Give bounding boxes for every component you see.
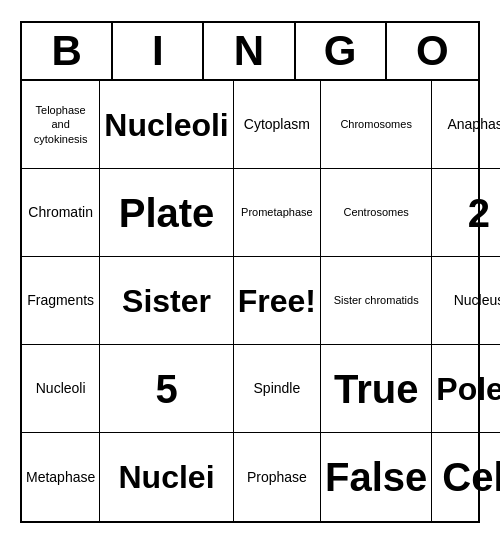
cell-text-r4-c1: Nuclei (119, 461, 215, 493)
cell-r0-c3: Chromosomes (321, 81, 432, 169)
cell-text-r1-c1: Plate (119, 193, 215, 233)
cell-text-r1-c4: 2 (468, 193, 490, 233)
cell-text-r2-c4: Nucleus (454, 291, 500, 309)
cell-text-r0-c0: Telophase and cytokinesis (26, 103, 95, 146)
header-letter-O: O (387, 23, 478, 79)
cell-r0-c1: Nucleoli (100, 81, 233, 169)
cell-r1-c1: Plate (100, 169, 233, 257)
cell-r2-c0: Fragments (22, 257, 100, 345)
cell-text-r2-c3: Sister chromatids (334, 293, 419, 307)
cell-text-r0-c4: Anaphase (447, 115, 500, 133)
cell-r1-c4: 2 (432, 169, 500, 257)
cell-text-r2-c1: Sister (122, 285, 211, 317)
cell-r0-c4: Anaphase (432, 81, 500, 169)
cell-r3-c3: True (321, 345, 432, 433)
cell-r2-c1: Sister (100, 257, 233, 345)
cell-text-r4-c2: Prophase (247, 468, 307, 486)
cell-text-r3-c4: Poles (436, 373, 500, 405)
cell-r3-c2: Spindle (234, 345, 321, 433)
cell-text-r2-c2: Free! (238, 285, 316, 317)
cell-r3-c1: 5 (100, 345, 233, 433)
cell-text-r2-c0: Fragments (27, 291, 94, 309)
cell-text-r3-c3: True (334, 369, 418, 409)
cell-text-r4-c3: False (325, 457, 427, 497)
cell-r2-c4: Nucleus (432, 257, 500, 345)
cell-text-r0-c2: Cytoplasm (244, 115, 310, 133)
cell-text-r3-c2: Spindle (254, 379, 301, 397)
header-letter-B: B (22, 23, 113, 79)
cell-text-r3-c0: Nucleoli (36, 379, 86, 397)
bingo-grid: Telophase and cytokinesisNucleoliCytopla… (22, 81, 478, 521)
cell-r0-c2: Cytoplasm (234, 81, 321, 169)
cell-r4-c4: Cell (432, 433, 500, 521)
cell-r4-c0: Metaphase (22, 433, 100, 521)
header-letter-N: N (204, 23, 295, 79)
bingo-card: BINGO Telophase and cytokinesisNucleoliC… (20, 21, 480, 523)
cell-r4-c3: False (321, 433, 432, 521)
cell-text-r0-c3: Chromosomes (340, 117, 412, 131)
cell-text-r4-c4: Cell (442, 457, 500, 497)
cell-text-r1-c0: Chromatin (28, 203, 93, 221)
cell-r3-c0: Nucleoli (22, 345, 100, 433)
cell-r0-c0: Telophase and cytokinesis (22, 81, 100, 169)
cell-r1-c0: Chromatin (22, 169, 100, 257)
cell-text-r4-c0: Metaphase (26, 468, 95, 486)
cell-r3-c4: Poles (432, 345, 500, 433)
cell-r2-c3: Sister chromatids (321, 257, 432, 345)
cell-r1-c2: Prometaphase (234, 169, 321, 257)
cell-r2-c2: Free! (234, 257, 321, 345)
cell-r4-c1: Nuclei (100, 433, 233, 521)
cell-text-r1-c2: Prometaphase (241, 205, 313, 219)
bingo-header: BINGO (22, 23, 478, 81)
cell-text-r1-c3: Centrosomes (343, 205, 408, 219)
header-letter-G: G (296, 23, 387, 79)
cell-text-r0-c1: Nucleoli (104, 109, 228, 141)
cell-r1-c3: Centrosomes (321, 169, 432, 257)
cell-r4-c2: Prophase (234, 433, 321, 521)
header-letter-I: I (113, 23, 204, 79)
cell-text-r3-c1: 5 (155, 369, 177, 409)
